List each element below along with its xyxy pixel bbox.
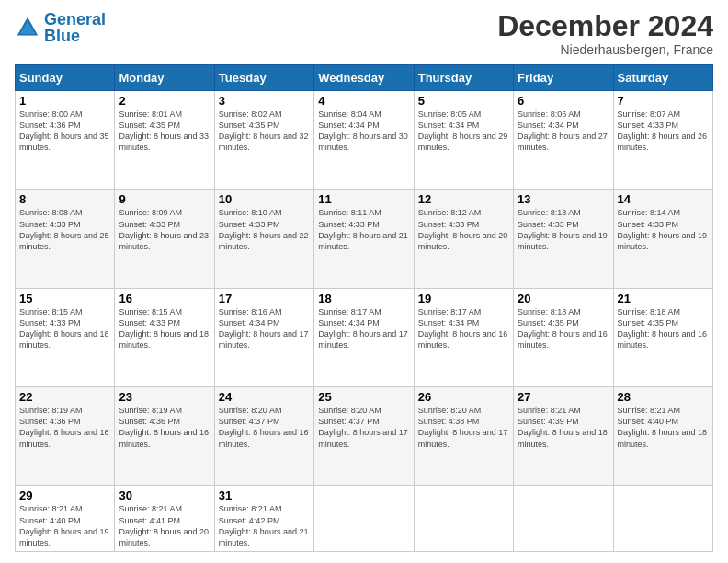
month-title: December 2024 (497, 11, 713, 40)
calendar-day-cell: 10 Sunrise: 8:10 AM Sunset: 4:33 PM Dayl… (214, 190, 313, 288)
day-info: Sunrise: 8:19 AM Sunset: 4:36 PM Dayligh… (119, 405, 210, 450)
calendar-day-header: Thursday (414, 65, 513, 91)
logo-text: General Blue (44, 11, 106, 44)
day-info: Sunrise: 8:21 AM Sunset: 4:39 PM Dayligh… (518, 405, 609, 450)
calendar-day-cell: 22 Sunrise: 8:19 AM Sunset: 4:36 PM Dayl… (16, 387, 115, 486)
calendar-day-cell: 25 Sunrise: 8:20 AM Sunset: 4:37 PM Dayl… (314, 387, 414, 486)
calendar-day-header: Tuesday (214, 65, 313, 91)
day-info: Sunrise: 8:14 AM Sunset: 4:33 PM Dayligh… (618, 207, 709, 252)
day-number: 3 (219, 94, 310, 108)
day-info: Sunrise: 8:21 AM Sunset: 4:42 PM Dayligh… (219, 503, 310, 548)
calendar-day-header: Sunday (16, 65, 115, 91)
calendar-day-cell: 7 Sunrise: 8:07 AM Sunset: 4:33 PM Dayli… (613, 91, 712, 190)
day-info: Sunrise: 8:18 AM Sunset: 4:35 PM Dayligh… (618, 306, 709, 351)
calendar-day-header: Friday (514, 65, 613, 91)
day-info: Sunrise: 8:00 AM Sunset: 4:36 PM Dayligh… (19, 109, 110, 154)
header: General Blue December 2024 Niederhausber… (15, 11, 713, 57)
day-info: Sunrise: 8:21 AM Sunset: 4:41 PM Dayligh… (119, 503, 210, 548)
calendar-day-cell: 21 Sunrise: 8:18 AM Sunset: 4:35 PM Dayl… (613, 288, 712, 386)
calendar-day-cell: 8 Sunrise: 8:08 AM Sunset: 4:33 PM Dayli… (16, 190, 115, 288)
calendar-day-cell (613, 486, 712, 552)
calendar-day-cell: 5 Sunrise: 8:05 AM Sunset: 4:34 PM Dayli… (414, 91, 513, 190)
day-number: 25 (318, 390, 409, 404)
calendar-day-cell: 16 Sunrise: 8:15 AM Sunset: 4:33 PM Dayl… (115, 288, 214, 386)
calendar-day-header: Wednesday (314, 65, 414, 91)
day-info: Sunrise: 8:13 AM Sunset: 4:33 PM Dayligh… (518, 207, 609, 252)
day-info: Sunrise: 8:20 AM Sunset: 4:37 PM Dayligh… (219, 405, 310, 450)
calendar-day-cell (514, 486, 613, 552)
day-number: 14 (618, 192, 709, 206)
day-number: 7 (618, 94, 709, 108)
day-number: 28 (618, 390, 709, 404)
day-info: Sunrise: 8:05 AM Sunset: 4:34 PM Dayligh… (418, 109, 509, 154)
calendar-week-row: 15 Sunrise: 8:15 AM Sunset: 4:33 PM Dayl… (16, 288, 713, 386)
day-info: Sunrise: 8:18 AM Sunset: 4:35 PM Dayligh… (518, 306, 609, 351)
day-info: Sunrise: 8:21 AM Sunset: 4:40 PM Dayligh… (19, 503, 110, 548)
calendar-table: SundayMondayTuesdayWednesdayThursdayFrid… (15, 64, 713, 552)
calendar-day-cell: 14 Sunrise: 8:14 AM Sunset: 4:33 PM Dayl… (613, 190, 712, 288)
day-info: Sunrise: 8:17 AM Sunset: 4:34 PM Dayligh… (318, 306, 409, 351)
day-number: 8 (19, 192, 110, 206)
day-info: Sunrise: 8:11 AM Sunset: 4:33 PM Dayligh… (318, 207, 409, 252)
day-number: 26 (418, 390, 509, 404)
day-number: 21 (618, 292, 709, 305)
calendar-day-cell: 9 Sunrise: 8:09 AM Sunset: 4:33 PM Dayli… (115, 190, 214, 288)
day-info: Sunrise: 8:04 AM Sunset: 4:34 PM Dayligh… (318, 109, 409, 154)
calendar-header-row: SundayMondayTuesdayWednesdayThursdayFrid… (16, 65, 713, 91)
calendar-day-header: Monday (115, 65, 214, 91)
day-number: 11 (318, 192, 409, 206)
calendar-day-cell: 4 Sunrise: 8:04 AM Sunset: 4:34 PM Dayli… (314, 91, 414, 190)
calendar-day-cell: 30 Sunrise: 8:21 AM Sunset: 4:41 PM Dayl… (115, 486, 214, 552)
day-info: Sunrise: 8:07 AM Sunset: 4:33 PM Dayligh… (618, 109, 709, 154)
calendar-day-cell: 19 Sunrise: 8:17 AM Sunset: 4:34 PM Dayl… (414, 288, 513, 386)
calendar-day-cell: 11 Sunrise: 8:11 AM Sunset: 4:33 PM Dayl… (314, 190, 414, 288)
calendar-day-cell: 1 Sunrise: 8:00 AM Sunset: 4:36 PM Dayli… (16, 91, 115, 190)
calendar-day-cell: 27 Sunrise: 8:21 AM Sunset: 4:39 PM Dayl… (514, 387, 613, 486)
day-info: Sunrise: 8:17 AM Sunset: 4:34 PM Dayligh… (418, 306, 509, 351)
day-number: 1 (19, 94, 110, 108)
logo: General Blue (15, 11, 106, 44)
day-number: 19 (418, 292, 509, 305)
calendar-week-row: 29 Sunrise: 8:21 AM Sunset: 4:40 PM Dayl… (16, 486, 713, 552)
day-number: 9 (119, 192, 210, 206)
day-number: 27 (518, 390, 609, 404)
day-info: Sunrise: 8:15 AM Sunset: 4:33 PM Dayligh… (119, 306, 210, 351)
day-number: 18 (318, 292, 409, 305)
logo-icon (15, 15, 40, 40)
calendar-day-cell: 15 Sunrise: 8:15 AM Sunset: 4:33 PM Dayl… (16, 288, 115, 386)
day-number: 5 (418, 94, 509, 108)
day-number: 16 (119, 292, 210, 305)
calendar-day-cell: 28 Sunrise: 8:21 AM Sunset: 4:40 PM Dayl… (613, 387, 712, 486)
day-number: 10 (219, 192, 310, 206)
day-number: 15 (19, 292, 110, 305)
calendar-week-row: 22 Sunrise: 8:19 AM Sunset: 4:36 PM Dayl… (16, 387, 713, 486)
calendar-day-cell: 6 Sunrise: 8:06 AM Sunset: 4:34 PM Dayli… (514, 91, 613, 190)
day-info: Sunrise: 8:19 AM Sunset: 4:36 PM Dayligh… (19, 405, 110, 450)
calendar-day-cell: 24 Sunrise: 8:20 AM Sunset: 4:37 PM Dayl… (214, 387, 313, 486)
day-info: Sunrise: 8:20 AM Sunset: 4:38 PM Dayligh… (418, 405, 509, 450)
day-info: Sunrise: 8:16 AM Sunset: 4:34 PM Dayligh… (219, 306, 310, 351)
day-number: 6 (518, 94, 609, 108)
calendar-day-cell (414, 486, 513, 552)
calendar-day-cell: 20 Sunrise: 8:18 AM Sunset: 4:35 PM Dayl… (514, 288, 613, 386)
calendar-day-cell: 17 Sunrise: 8:16 AM Sunset: 4:34 PM Dayl… (214, 288, 313, 386)
calendar-day-cell: 12 Sunrise: 8:12 AM Sunset: 4:33 PM Dayl… (414, 190, 513, 288)
calendar-day-cell: 26 Sunrise: 8:20 AM Sunset: 4:38 PM Dayl… (414, 387, 513, 486)
day-number: 4 (318, 94, 409, 108)
day-info: Sunrise: 8:15 AM Sunset: 4:33 PM Dayligh… (19, 306, 110, 351)
day-info: Sunrise: 8:02 AM Sunset: 4:35 PM Dayligh… (219, 109, 310, 154)
location: Niederhausbergen, France (497, 42, 713, 57)
day-info: Sunrise: 8:09 AM Sunset: 4:33 PM Dayligh… (119, 207, 210, 252)
day-info: Sunrise: 8:10 AM Sunset: 4:33 PM Dayligh… (219, 207, 310, 252)
day-info: Sunrise: 8:21 AM Sunset: 4:40 PM Dayligh… (618, 405, 709, 450)
day-number: 22 (19, 390, 110, 404)
day-number: 31 (219, 488, 310, 502)
calendar-day-header: Saturday (613, 65, 712, 91)
day-number: 2 (119, 94, 210, 108)
day-number: 17 (219, 292, 310, 305)
calendar-week-row: 8 Sunrise: 8:08 AM Sunset: 4:33 PM Dayli… (16, 190, 713, 288)
day-info: Sunrise: 8:20 AM Sunset: 4:37 PM Dayligh… (318, 405, 409, 450)
day-number: 24 (219, 390, 310, 404)
title-block: December 2024 Niederhausbergen, France (497, 11, 713, 57)
day-info: Sunrise: 8:08 AM Sunset: 4:33 PM Dayligh… (19, 207, 110, 252)
